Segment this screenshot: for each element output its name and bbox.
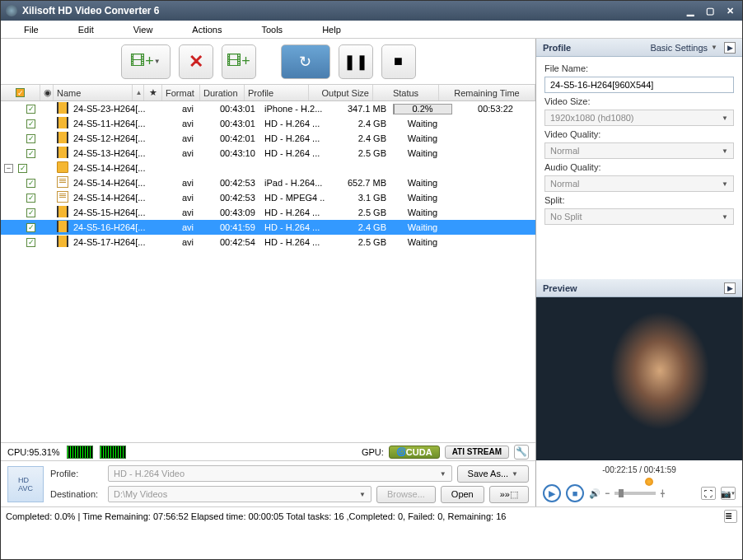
profile-panel-header: Profile Basic Settings▼▶: [536, 39, 742, 57]
table-row[interactable]: ✓24-S5-23-H264[...avi00:43:01iPhone - H.…: [1, 101, 535, 116]
snapshot-icon[interactable]: 📷▼: [721, 487, 736, 500]
destination-select[interactable]: D:\My Videos▼: [108, 486, 372, 502]
ati-stream-badge[interactable]: ATI STREAM: [445, 446, 509, 459]
row-checkbox[interactable]: ✓: [26, 194, 35, 203]
stop-button[interactable]: ■: [381, 44, 416, 79]
row-name: 24-S5-23-H264[...: [70, 104, 149, 114]
row-size: 347.1 MB: [325, 104, 390, 114]
browse-button[interactable]: Browse...: [376, 486, 436, 503]
save-as-button[interactable]: Save As...▼: [457, 465, 529, 483]
table-row[interactable]: ✓24-S5-17-H264[...avi00:42:54HD - H.264 …: [1, 235, 535, 250]
preview-panel-header: Preview ▶: [536, 279, 742, 297]
app-logo-icon: [6, 5, 17, 16]
row-checkbox[interactable]: ✓: [26, 105, 35, 114]
row-format: avi: [179, 193, 217, 203]
row-checkbox[interactable]: ✓: [26, 134, 35, 143]
menu-actions[interactable]: Actions: [172, 22, 241, 37]
stop-preview-button[interactable]: ■: [566, 484, 584, 502]
row-profile: HD - H.264 ...: [261, 119, 325, 128]
row-size: 3.1 GB: [325, 193, 390, 203]
delete-button[interactable]: ✕: [179, 44, 213, 79]
filename-input[interactable]: [544, 77, 734, 93]
table-row[interactable]: ✓24-S5-15-H264[...avi00:43:09HD - H.264 …: [1, 205, 535, 220]
volume-slider[interactable]: [614, 492, 656, 495]
film-icon: [57, 206, 68, 217]
video-preview[interactable]: [536, 297, 742, 460]
row-size: 2.5 GB: [325, 148, 390, 158]
row-name: 24-S5-14-H264[...: [70, 178, 149, 188]
add-profile-button[interactable]: 🎞+: [222, 44, 256, 79]
menu-help[interactable]: Help: [302, 22, 361, 37]
play-button[interactable]: ▶: [543, 484, 561, 502]
row-checkbox[interactable]: ✓: [26, 149, 35, 158]
convert-button[interactable]: ↻: [281, 44, 330, 79]
row-status: Waiting: [390, 222, 456, 232]
row-status: Waiting: [390, 178, 456, 188]
table-row[interactable]: ✓24-S5-14-H264[...avi00:42:53HD - MPEG4 …: [1, 190, 535, 205]
column-format[interactable]: Format: [162, 85, 200, 100]
table-row[interactable]: ✓24-S5-13-H264[...avi00:43:10HD - H.264 …: [1, 146, 535, 161]
open-button[interactable]: Open: [441, 486, 484, 503]
fullscreen-icon[interactable]: ⛶: [701, 487, 716, 500]
table-row[interactable]: −✓24-S5-14-H264[...: [1, 161, 535, 175]
check-all[interactable]: ✓: [16, 88, 25, 97]
film-icon: [57, 102, 68, 114]
table-row[interactable]: ✓24-S5-12-H264[...avi00:42:01HD - H.264 …: [1, 131, 535, 146]
row-duration: 00:43:01: [217, 119, 261, 128]
row-status: Waiting: [390, 237, 456, 247]
column-output-size[interactable]: Output Size: [309, 85, 373, 100]
profile-select[interactable]: HD - H.264 Video▼: [108, 465, 452, 482]
split-select[interactable]: No Split▼: [544, 208, 734, 225]
task-list-icon[interactable]: ≣: [724, 510, 737, 523]
cpu-gpu-bar: CPU:95.31% GPU: 🌀 CUDA ATI STREAM 🔧: [1, 442, 535, 460]
column-recycle-icon[interactable]: ◉: [40, 85, 54, 100]
row-format: avi: [179, 222, 217, 232]
nvidia-cuda-badge[interactable]: 🌀 CUDA: [389, 446, 440, 459]
row-checkbox[interactable]: ✓: [18, 164, 27, 173]
basic-settings-toggle[interactable]: Basic Settings: [650, 43, 708, 53]
export-button[interactable]: »»⬚: [489, 486, 529, 503]
collapse-icon[interactable]: −: [4, 164, 13, 173]
menu-tools[interactable]: Tools: [241, 22, 302, 37]
videosize-select[interactable]: 1920x1080 (hd1080)▼: [544, 110, 734, 126]
menu-view[interactable]: View: [114, 22, 173, 37]
pause-button[interactable]: ❚❚: [339, 44, 373, 79]
add-file-button[interactable]: 🎞+ ▼: [121, 44, 171, 79]
film-icon: [57, 236, 68, 247]
settings-icon[interactable]: 🔧: [514, 445, 529, 460]
row-size: 2.4 GB: [325, 222, 390, 232]
doc-icon: [57, 176, 68, 188]
table-row[interactable]: ✓24-S5-14-H264[...avi00:42:53iPad - H.26…: [1, 175, 535, 190]
menu-edit[interactable]: Edit: [58, 22, 114, 37]
row-checkbox[interactable]: ✓: [26, 238, 35, 247]
table-row[interactable]: ✓24-S5-16-H264[...avi00:41:59HD - H.264 …: [1, 220, 535, 235]
row-checkbox[interactable]: ✓: [26, 119, 35, 128]
table-row[interactable]: ✓24-S5-11-H264[...avi00:43:01HD - H.264 …: [1, 116, 535, 131]
minimize-button[interactable]: ▁: [683, 4, 698, 17]
audioquality-select[interactable]: Normal▼: [544, 175, 734, 192]
row-duration: 00:42:53: [217, 193, 261, 203]
maximize-button[interactable]: ▢: [703, 4, 717, 17]
volume-icon[interactable]: 🔊: [589, 488, 600, 499]
row-duration: 00:43:10: [217, 148, 261, 158]
cpu-graph-icon: [100, 446, 126, 459]
menu-file[interactable]: File: [4, 22, 58, 37]
row-checkbox[interactable]: ✓: [26, 179, 35, 188]
row-checkbox[interactable]: ✓: [26, 223, 35, 232]
column-name[interactable]: Name: [54, 85, 133, 100]
row-profile: HD - MPEG4 ...: [261, 193, 325, 203]
row-name: 24-S5-12-H264[...: [70, 133, 149, 143]
column-profile[interactable]: Profile: [245, 85, 309, 100]
column-remaining[interactable]: Remaining Time: [439, 85, 535, 100]
row-profile: HD - H.264 ...: [261, 148, 325, 158]
row-checkbox[interactable]: ✓: [26, 208, 35, 217]
column-status[interactable]: Status: [373, 85, 439, 100]
expand-profile-icon[interactable]: ▶: [724, 42, 736, 54]
row-size: 2.4 GB: [325, 119, 390, 128]
expand-preview-icon[interactable]: ▶: [724, 282, 736, 294]
close-button[interactable]: ✕: [722, 4, 737, 17]
videoquality-select[interactable]: Normal▼: [544, 142, 734, 159]
column-star-icon[interactable]: ★: [144, 85, 162, 100]
column-duration[interactable]: Duration: [200, 85, 245, 100]
row-status: Waiting: [390, 133, 456, 143]
